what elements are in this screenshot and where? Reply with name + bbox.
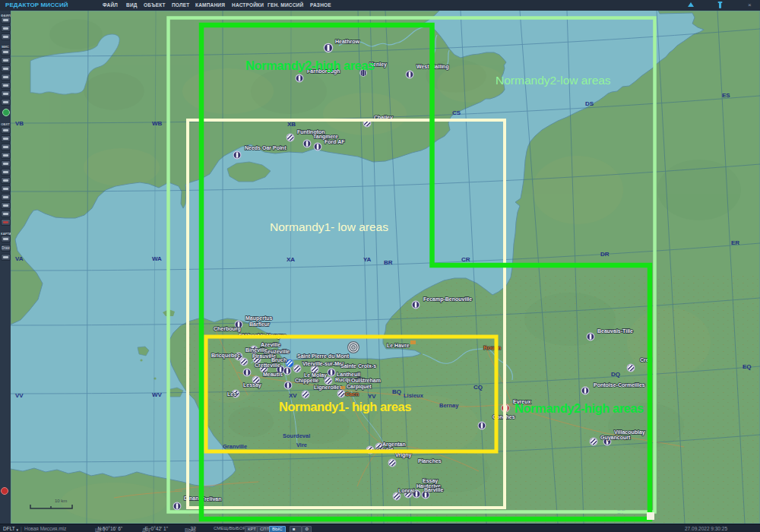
svg-text:Heathrow: Heathrow <box>335 39 359 44</box>
svg-text:ES: ES <box>722 92 730 99</box>
svg-text:Le Havre: Le Havre <box>387 343 410 348</box>
svg-text:Lisieux: Lisieux <box>404 392 424 399</box>
svg-text:Vierville-sur-Mer: Vierville-sur-Mer <box>302 361 344 366</box>
svg-text:Chippelle: Chippelle <box>295 378 319 384</box>
svg-text:Guyancourt: Guyancourt <box>600 435 631 441</box>
svg-text:Normandy2-high areas: Normandy2-high areas <box>245 59 375 72</box>
svg-text:WV: WV <box>152 391 163 398</box>
svg-text:Caen: Caen <box>345 391 359 397</box>
svg-text:Granville: Granville <box>223 443 247 450</box>
svg-text:Planches: Planches <box>418 458 442 464</box>
svg-text:Lantheuil: Lantheuil <box>337 372 360 377</box>
svg-text:Dinan: Dinan <box>184 496 198 501</box>
svg-text:DR: DR <box>600 251 610 258</box>
svg-text:Normandy2-high areas: Normandy2-high areas <box>515 401 644 415</box>
svg-text:Normandy1- high areas: Normandy1- high areas <box>279 400 411 413</box>
svg-text:Sourdeval: Sourdeval <box>283 432 310 439</box>
svg-text:10 km: 10 km <box>55 499 67 503</box>
svg-text:Beauvais-Tille: Beauvais-Tille <box>597 328 633 334</box>
svg-text:Pontoise-Cormeilles: Pontoise-Cormeilles <box>594 382 645 388</box>
svg-text:XV: XV <box>289 392 297 399</box>
svg-text:Barfleur: Barfleur <box>249 321 270 327</box>
svg-text:WB: WB <box>152 120 163 127</box>
svg-text:Trelivan: Trelivan <box>201 496 221 502</box>
svg-text:Meautis: Meautis <box>263 372 283 377</box>
svg-text:Les: Les <box>227 391 236 397</box>
svg-text:Fecamp-Benouville: Fecamp-Benouville <box>423 296 472 302</box>
svg-text:YV: YV <box>368 393 376 400</box>
svg-text:Barville: Barville <box>424 487 443 492</box>
svg-text:×: × <box>748 2 752 8</box>
svg-text:VA: VA <box>15 255 24 262</box>
svg-text:Rouen: Rouen <box>483 344 502 351</box>
svg-text:EQ: EQ <box>743 363 752 370</box>
svg-text:Lessay: Lessay <box>243 382 261 388</box>
svg-text:DQ: DQ <box>611 371 620 378</box>
svg-text:Azeville: Azeville <box>261 342 280 347</box>
svg-text:Bineville: Bineville <box>245 347 268 353</box>
svg-text:Ouistreham: Ouistreham <box>351 378 381 383</box>
svg-text:Normandy1- low areas: Normandy1- low areas <box>270 220 388 233</box>
svg-text:BQ: BQ <box>392 388 401 395</box>
svg-text:VB: VB <box>15 120 24 127</box>
svg-text:YA: YA <box>363 256 372 263</box>
svg-text:DS: DS <box>585 100 594 107</box>
svg-text:Normandy2-low areas: Normandy2-low areas <box>496 74 611 87</box>
svg-text:CQ: CQ <box>473 384 483 391</box>
svg-text:BR: BR <box>384 259 393 266</box>
svg-text:CR: CR <box>461 256 470 263</box>
svg-text:Sainte Croix-s: Sainte Croix-s <box>340 363 376 369</box>
svg-text:Lignerolles: Lignerolles <box>314 385 342 391</box>
svg-text:Bruch: Bruch <box>271 357 287 363</box>
svg-text:WA: WA <box>152 255 162 262</box>
svg-text:Needs Oar Point: Needs Oar Point <box>245 145 287 150</box>
svg-text:Bricquebec: Bricquebec <box>211 353 240 359</box>
svg-text:Ford AF: Ford AF <box>325 139 345 144</box>
svg-text:Bernay: Bernay <box>439 402 459 409</box>
svg-text:Saint Pierre du Mont: Saint Pierre du Mont <box>297 353 350 359</box>
svg-text:VV: VV <box>15 392 24 399</box>
svg-text:Maupertus: Maupertus <box>245 315 273 321</box>
svg-text:Cretteville: Cretteville <box>255 363 280 368</box>
svg-text:XA: XA <box>287 256 295 263</box>
svg-text:CS: CS <box>452 109 461 116</box>
svg-text:Lonrai: Lonrai <box>398 488 414 493</box>
svg-text:ER: ER <box>731 239 739 246</box>
svg-text:Cherbourg: Cherbourg <box>214 326 241 332</box>
svg-text:Carpiquet: Carpiquet <box>347 384 372 390</box>
svg-text:XB: XB <box>287 121 296 128</box>
svg-text:Vire: Vire <box>296 442 307 448</box>
